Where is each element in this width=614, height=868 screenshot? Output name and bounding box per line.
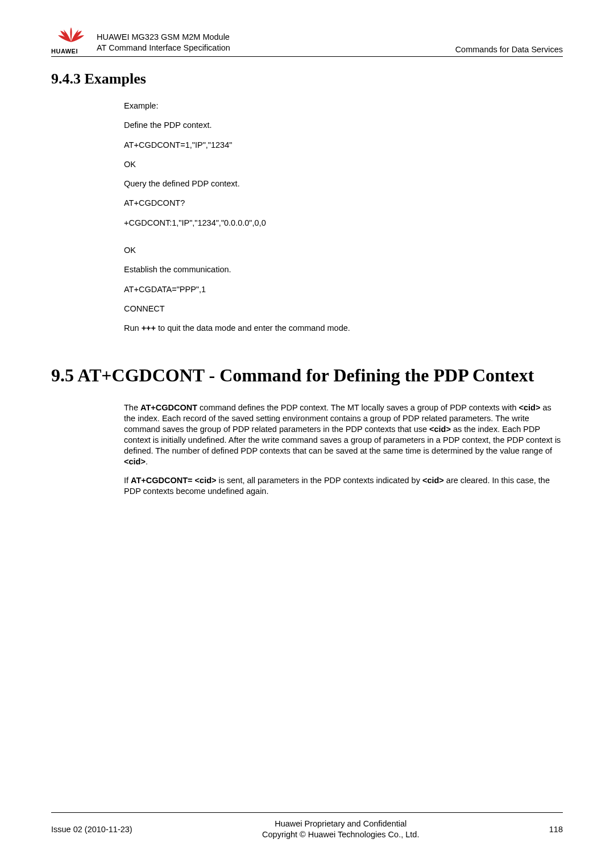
example-line: Query the defined PDP context. [124,178,563,189]
huawei-logo: HUAWEI [51,27,91,55]
section-943-heading: 9.4.3 Examples [51,70,563,88]
plus-plus-plus: +++ [142,323,156,333]
text-fragment: The [124,403,140,412]
section-95-heading: 9.5 AT+CGDCONT - Command for Defining th… [51,364,563,387]
blank-line [124,236,563,244]
example-block: Example: Define the PDP context. AT+CGDC… [124,100,563,334]
text-fragment: is sent, all parameters in the PDP conte… [217,476,422,485]
page-header: HUAWEI HUAWEI MG323 GSM M2M Module AT Co… [51,27,563,57]
paragraph-1: The AT+CGDCONT command defines the PDP c… [124,402,563,468]
footer-page-number: 118 [549,825,563,834]
command-name: AT+CGDCONT [140,403,197,412]
param-cid: <cid> [124,457,146,466]
text-fragment: command defines the PDP context. The MT … [197,403,519,412]
example-line: Define the PDP context. [124,119,563,131]
page-footer: Issue 02 (2010-11-23) Huawei Proprietary… [51,812,563,841]
example-line: +CGDCONT:1,"IP","1234","0.0.0.0",0,0 [124,217,563,229]
example-line: OK [124,159,563,170]
header-left: HUAWEI HUAWEI MG323 GSM M2M Module AT Co… [51,27,230,55]
command-example: AT+CGDCONT= <cid> [131,476,216,485]
param-cid: <cid> [422,476,444,485]
text-fragment: . [146,457,148,466]
footer-center: Huawei Proprietary and Confidential Copy… [262,819,419,841]
param-cid: <cid> [429,425,451,434]
example-line: Run +++ to quit the data mode and enter … [124,322,563,334]
paragraph-2: If AT+CGDCONT= <cid> is sent, all parame… [124,475,563,497]
example-line: AT+CGDATA="PPP",1 [124,284,563,295]
example-line: AT+CGDCONT=1,"IP","1234" [124,139,563,151]
huawei-petals-icon [57,27,85,43]
example-line: Establish the communication. [124,264,563,275]
example-line: Example: [124,100,563,111]
footer-issue: Issue 02 (2010-11-23) [51,825,132,834]
example-line: OK [124,244,563,256]
logo-text: HUAWEI [51,48,78,55]
example-line: AT+CGDCONT? [124,197,563,209]
footer-proprietary: Huawei Proprietary and Confidential [262,819,419,830]
footer-copyright: Copyright © Huawei Technologies Co., Ltd… [262,829,419,841]
section-95-body: The AT+CGDCONT command defines the PDP c… [124,402,563,497]
header-section-name: Commands for Data Services [455,45,563,55]
doc-title-line1: HUAWEI MG323 GSM M2M Module [97,32,230,43]
header-titles: HUAWEI MG323 GSM M2M Module AT Command I… [97,32,230,55]
param-cid: <cid> [519,403,541,412]
text-fragment: If [124,476,131,485]
text-fragment: Run [124,323,142,333]
doc-title-line2: AT Command Interface Specification [97,43,230,54]
example-line: CONNECT [124,303,563,314]
text-fragment: to quit the data mode and enter the comm… [156,323,350,333]
